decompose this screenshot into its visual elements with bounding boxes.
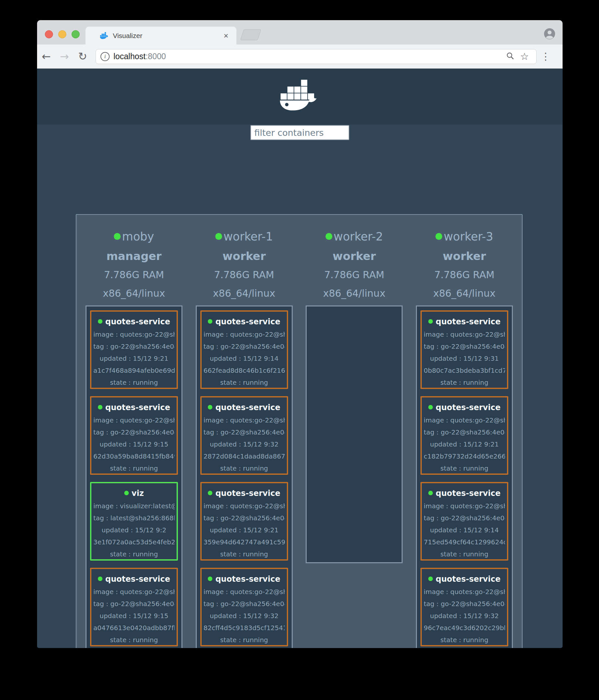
container-name: viz bbox=[132, 489, 144, 498]
container-image: image : quotes:go-22@sha256:4e047 bbox=[93, 414, 175, 426]
container-id: 715ed549cf64c1299624cd493c67e62 bbox=[424, 536, 505, 548]
container-status-dot bbox=[208, 405, 212, 409]
node-panel bbox=[306, 305, 403, 563]
bookmark-star-icon[interactable]: ☆ bbox=[518, 51, 532, 62]
zoom-window-button[interactable] bbox=[72, 30, 80, 39]
node-status-dot bbox=[114, 233, 121, 240]
container-status-dot bbox=[428, 405, 433, 409]
container-card: quotes-service image : quotes:go-22@sha2… bbox=[421, 482, 508, 560]
container-image: image : quotes:go-22@sha256:4e047 bbox=[203, 414, 285, 426]
page-info-icon[interactable]: i bbox=[100, 52, 110, 61]
container-image: image : quotes:go-22@sha256:4e047 bbox=[203, 586, 285, 598]
container-state: state : running bbox=[203, 377, 285, 389]
node-panel: quotes-service image : quotes:go-22@sha2… bbox=[416, 305, 513, 648]
node-header: moby manager 7.786G RAM x86_64/linux bbox=[86, 225, 183, 305]
container-updated: updated : 15/12 9:21 bbox=[203, 524, 285, 536]
tab-close-icon[interactable]: ✕ bbox=[221, 32, 231, 39]
container-tag: tag : go-22@sha256:4e047f25f6915d bbox=[424, 512, 505, 524]
container-card: quotes-service image : quotes:go-22@sha2… bbox=[421, 396, 508, 475]
node-ram: 7.786G RAM bbox=[306, 266, 403, 284]
screenshot-stage: Visualizer ✕ ← → ↻ i localhost :8000 bbox=[0, 0, 599, 700]
container-status-dot bbox=[428, 319, 433, 324]
container-image: image : quotes:go-22@sha256:4e047 bbox=[424, 329, 505, 341]
container-card: quotes-service image : quotes:go-22@sha2… bbox=[90, 310, 178, 389]
node-status-dot bbox=[326, 233, 332, 240]
back-icon[interactable]: ← bbox=[37, 51, 55, 62]
container-card: quotes-service image : quotes:go-22@sha2… bbox=[200, 482, 288, 560]
container-state: state : running bbox=[93, 377, 175, 389]
container-state: state : running bbox=[424, 377, 505, 389]
container-updated: updated : 15/12 9:32 bbox=[203, 610, 285, 622]
node-role: worker bbox=[196, 247, 293, 266]
container-tag: tag : go-22@sha256:4e047f25f6915d bbox=[203, 598, 285, 610]
container-updated: updated : 15/12 9:14 bbox=[203, 353, 285, 365]
node-arch: x86_64/linux bbox=[196, 284, 293, 303]
container-name: quotes-service bbox=[215, 317, 280, 326]
container-updated: updated : 15/12 9:32 bbox=[424, 610, 505, 622]
container-name: quotes-service bbox=[215, 489, 280, 498]
container-id: 359e94d642747a491c590d482c235f bbox=[203, 536, 285, 548]
container-id: 662fead8d8c46b1c6f216341c2c7986 bbox=[203, 365, 285, 377]
cluster-section: moby manager 7.786G RAM x86_64/linux quo… bbox=[76, 214, 523, 648]
container-image: image : quotes:go-22@sha256:4e047 bbox=[424, 500, 505, 512]
container-id: 96c7eac49c3d6202c29bb7dff40912d bbox=[424, 622, 505, 634]
node-ram: 7.786G RAM bbox=[196, 266, 293, 284]
container-id: 2872d084c1daad8da867053a208c6f bbox=[203, 450, 285, 462]
profile-avatar[interactable] bbox=[544, 28, 555, 40]
forward-icon[interactable]: → bbox=[55, 51, 73, 62]
container-name: quotes-service bbox=[105, 317, 170, 326]
container-card: viz image : visualizer:latest@sha256:868… bbox=[90, 482, 178, 560]
zoom-search-icon[interactable] bbox=[503, 52, 518, 61]
container-name: quotes-service bbox=[436, 489, 501, 498]
container-status-dot bbox=[208, 491, 212, 495]
container-status-dot bbox=[428, 576, 433, 581]
node-header: worker-2 worker 7.786G RAM x86_64/linux bbox=[306, 225, 403, 305]
container-updated: updated : 15/12 9:15 bbox=[93, 610, 175, 622]
container-name: quotes-service bbox=[105, 575, 170, 584]
node-ram: 7.786G RAM bbox=[416, 266, 513, 284]
container-id: c182b79732d24d65e26693425403a3 bbox=[424, 450, 505, 462]
container-tag: tag : go-22@sha256:4e047f25f6915d bbox=[424, 598, 505, 610]
browser-menu-icon[interactable]: ⋮ bbox=[536, 51, 555, 62]
container-image: image : quotes:go-22@sha256:4e047 bbox=[424, 414, 505, 426]
container-name: quotes-service bbox=[436, 403, 501, 412]
container-status-dot bbox=[98, 405, 102, 409]
container-id: 3e1f072a0ac53d5e4feb27287a571f8 bbox=[93, 536, 175, 548]
node-name: moby bbox=[122, 230, 154, 243]
node-role: worker bbox=[416, 247, 513, 266]
node-status-dot bbox=[435, 233, 442, 240]
node-name: worker-2 bbox=[334, 230, 383, 243]
node-name: worker-3 bbox=[444, 230, 493, 243]
container-state: state : running bbox=[424, 548, 505, 560]
container-card: quotes-service image : quotes:go-22@sha2… bbox=[90, 568, 178, 646]
container-updated: updated : 15/12 9:31 bbox=[424, 353, 505, 365]
address-bar[interactable]: i localhost :8000 ☆ bbox=[96, 49, 536, 64]
container-state: state : running bbox=[424, 634, 505, 646]
container-state: state : running bbox=[203, 462, 285, 474]
close-window-button[interactable] bbox=[45, 30, 53, 39]
container-tag: tag : go-22@sha256:4e047f25f6915d bbox=[93, 426, 175, 439]
container-image: image : quotes:go-22@sha256:4e047 bbox=[93, 586, 175, 598]
container-id: 0b80c7ac3bdeba3bf1cd7c8a88c03fe bbox=[424, 365, 505, 377]
new-tab-button[interactable] bbox=[240, 29, 261, 40]
container-tag: tag : go-22@sha256:4e047f25f6915d bbox=[93, 341, 175, 353]
container-name: quotes-service bbox=[436, 317, 501, 326]
container-state: state : running bbox=[203, 634, 285, 646]
container-tag: tag : go-22@sha256:4e047f25f6915d bbox=[203, 341, 285, 353]
reload-icon[interactable]: ↻ bbox=[73, 51, 92, 62]
minimize-window-button[interactable] bbox=[58, 30, 66, 39]
container-updated: updated : 15/12 9:15 bbox=[93, 439, 175, 450]
filter-input[interactable] bbox=[250, 125, 349, 140]
docker-whale-favicon bbox=[100, 32, 109, 40]
node-column: worker-1 worker 7.786G RAM x86_64/linux … bbox=[196, 225, 293, 648]
container-updated: updated : 15/12 9:32 bbox=[203, 439, 285, 450]
browser-window: Visualizer ✕ ← → ↻ i localhost :8000 bbox=[37, 20, 562, 648]
node-role: manager bbox=[86, 247, 183, 266]
container-updated: updated : 15/12 9:21 bbox=[424, 439, 505, 450]
node-header: worker-3 worker 7.786G RAM x86_64/linux bbox=[416, 225, 513, 305]
tab-strip: Visualizer ✕ bbox=[37, 20, 562, 45]
container-tag: tag : go-22@sha256:4e047f25f6915d bbox=[203, 426, 285, 439]
browser-tab-visualizer[interactable]: Visualizer ✕ bbox=[86, 27, 236, 45]
container-id: a0476613e0420adbb87fbce09c1dd9 bbox=[93, 622, 175, 634]
node-arch: x86_64/linux bbox=[306, 284, 403, 303]
